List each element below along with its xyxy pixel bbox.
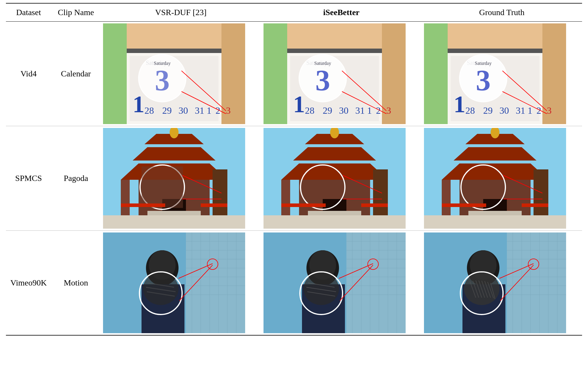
svg-text:3: 3 (226, 105, 231, 116)
iseebetter-image-calendar: 1 28 29 30 31 1 2 3 Saturday 3 Saturday (261, 22, 422, 126)
svg-rect-47 (448, 49, 542, 53)
vsrduf-image-calendar: 1 28 29 30 31 1 2 3 Saturday (101, 22, 261, 126)
svg-rect-45 (542, 23, 566, 124)
svg-text:29: 29 (162, 105, 172, 116)
clipname-label: Calendar (51, 22, 101, 126)
svg-rect-87 (308, 211, 361, 215)
header-vsrduf: VSR-DUF [23] (101, 3, 261, 22)
svg-text:28: 28 (144, 105, 154, 116)
svg-rect-94 (281, 203, 326, 207)
pagoda-vsrduf-svg (103, 128, 245, 229)
svg-rect-3 (221, 23, 245, 124)
groundtruth-image-calendar: 1 28 29 30 31 1 2 3 Saturday 3 Saturday (422, 22, 582, 126)
svg-text:1: 1 (293, 91, 305, 117)
svg-text:1: 1 (133, 91, 144, 117)
iseebetter-image-motion (261, 231, 422, 336)
header-dataset: Dataset (6, 3, 51, 22)
motion-groundtruth-svg (424, 232, 566, 333)
motion-vsrduf-svg (103, 232, 245, 333)
motion-iseebetter-svg (264, 232, 406, 333)
svg-text:Saturday: Saturday (475, 61, 491, 66)
svg-text:31: 31 (355, 105, 365, 116)
iseebetter-image-pagoda (261, 126, 422, 231)
svg-text:1: 1 (207, 105, 211, 116)
svg-text:31: 31 (195, 105, 204, 116)
table-row: SPMCS Pagoda (6, 126, 582, 231)
vsrduf-image-motion (101, 231, 261, 336)
svg-text:3: 3 (155, 64, 170, 97)
svg-rect-23 (264, 23, 287, 124)
svg-rect-86 (264, 215, 406, 229)
svg-text:3: 3 (386, 105, 391, 116)
svg-point-157 (303, 272, 339, 305)
svg-rect-2 (103, 23, 127, 124)
calendar-iseebetter-svg: 1 28 29 30 31 1 2 3 Saturday 3 Saturday (264, 23, 406, 124)
dataset-label: SPMCS (6, 126, 51, 231)
svg-text:29: 29 (323, 105, 332, 116)
header-row: Dataset Clip Name VSR-DUF [23] iSeeBette… (6, 3, 582, 22)
svg-rect-77 (121, 180, 130, 215)
svg-rect-69 (103, 215, 245, 229)
dataset-label: Vid4 (6, 22, 51, 126)
comparison-table: Dataset Clip Name VSR-DUF [23] iSeeBette… (6, 3, 582, 336)
calendar-vsrduf-svg: 1 28 29 30 31 1 2 3 Saturday (103, 23, 245, 124)
svg-text:30: 30 (339, 105, 348, 116)
svg-text:30: 30 (499, 105, 509, 116)
svg-rect-24 (382, 23, 406, 124)
svg-marker-83 (281, 163, 388, 180)
svg-text:30: 30 (179, 105, 188, 116)
pagoda-iseebetter-svg (264, 128, 406, 229)
vsrduf-image-pagoda (101, 126, 261, 231)
svg-text:3: 3 (476, 64, 491, 97)
svg-rect-102 (424, 215, 566, 229)
svg-rect-74 (142, 166, 183, 208)
main-container: Dataset Clip Name VSR-DUF [23] iSeeBette… (0, 0, 588, 339)
header-iseebetter: iSeeBetter (261, 3, 422, 22)
svg-point-131 (143, 272, 179, 305)
svg-text:Saturday: Saturday (154, 61, 171, 66)
svg-text:Saturday: Saturday (314, 61, 331, 66)
groundtruth-image-motion (422, 231, 582, 336)
clipname-label: Pagoda (51, 126, 101, 231)
clipname-label: Motion (51, 231, 101, 336)
svg-rect-109 (442, 180, 451, 215)
svg-rect-78 (121, 203, 165, 207)
table-row: Vid4 Calendar (6, 22, 582, 126)
svg-rect-111 (522, 203, 548, 207)
svg-rect-95 (361, 203, 388, 207)
table-row: Vimeo90K Motion (6, 231, 582, 336)
header-clipname: Clip Name (51, 3, 101, 22)
header-groundtruth: Ground Truth (422, 3, 582, 22)
pagoda-groundtruth-svg (424, 128, 566, 229)
svg-text:28: 28 (305, 105, 314, 116)
svg-rect-44 (424, 23, 448, 124)
svg-text:1: 1 (528, 105, 532, 116)
svg-rect-70 (147, 211, 201, 215)
svg-text:28: 28 (465, 105, 475, 116)
svg-marker-99 (442, 163, 548, 180)
svg-rect-79 (201, 203, 227, 207)
dataset-label: Vimeo90K (6, 231, 51, 336)
svg-text:3: 3 (547, 105, 552, 116)
svg-rect-103 (468, 211, 522, 215)
svg-rect-110 (442, 203, 486, 207)
svg-text:1: 1 (454, 91, 465, 117)
svg-text:1: 1 (367, 105, 372, 116)
svg-text:29: 29 (483, 105, 493, 116)
svg-rect-93 (281, 180, 290, 215)
calendar-groundtruth-svg: 1 28 29 30 31 1 2 3 Saturday 3 Saturday (424, 23, 566, 124)
svg-rect-26 (287, 49, 382, 53)
svg-rect-5 (127, 49, 221, 53)
svg-text:31: 31 (516, 105, 525, 116)
groundtruth-image-pagoda (422, 126, 582, 231)
svg-text:3: 3 (315, 64, 330, 97)
